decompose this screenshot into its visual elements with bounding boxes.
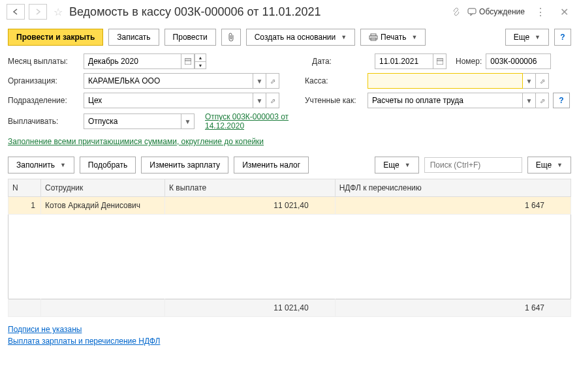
kassa-dropdown-button[interactable]: ▼ xyxy=(523,73,536,89)
post-close-button[interactable]: Провести и закрыть xyxy=(8,29,103,46)
org-open-button[interactable]: ⬀ xyxy=(266,73,279,89)
date-calendar-button[interactable] xyxy=(433,53,446,69)
arrow-right-icon xyxy=(34,8,42,15)
org-label: Организация: xyxy=(8,76,80,85)
number-input[interactable] xyxy=(486,53,551,69)
dept-open-button[interactable]: ⬀ xyxy=(266,93,279,108)
kassa-input[interactable] xyxy=(368,73,523,89)
pay-label: Выплачивать: xyxy=(8,117,80,126)
svg-rect-6 xyxy=(437,59,443,65)
svg-rect-4 xyxy=(185,59,191,65)
org-dropdown-button[interactable]: ▼ xyxy=(253,73,266,89)
open-icon: ⬀ xyxy=(270,78,275,85)
help-button[interactable]: ? xyxy=(554,29,571,46)
col-pay-header[interactable]: К выплате xyxy=(165,179,336,197)
post-button[interactable]: Провести xyxy=(164,29,216,46)
nav-back-button[interactable] xyxy=(7,4,25,20)
chevron-down-icon: ▼ xyxy=(60,162,66,168)
org-input[interactable] xyxy=(84,73,253,89)
discuss-button[interactable]: Обсуждение xyxy=(467,7,525,16)
col-emp-header[interactable]: Сотрудник xyxy=(41,179,165,197)
paperclip-icon xyxy=(227,33,235,42)
chevron-down-icon: ▼ xyxy=(257,78,263,85)
accounted-input[interactable] xyxy=(368,93,523,108)
chevron-down-icon: ▼ xyxy=(411,34,417,40)
chat-icon xyxy=(467,7,477,16)
page-title: Ведомость в кассу 003К-000006 от 11.01.2… xyxy=(69,5,448,19)
discuss-label: Обсуждение xyxy=(479,7,525,16)
table-more2-button[interactable]: Еще▼ xyxy=(527,157,571,173)
kassa-label: Касса: xyxy=(305,76,364,85)
attach-button[interactable] xyxy=(221,29,241,46)
accounted-label: Учтенные как: xyxy=(305,96,364,105)
vacation-doc-link[interactable]: Отпуск 003К-000003 от 14.12.2020 xyxy=(205,112,303,130)
chevron-down-icon: ▼ xyxy=(185,118,191,125)
dept-dropdown-button[interactable]: ▼ xyxy=(253,93,266,108)
search-input[interactable] xyxy=(424,157,522,173)
change-tax-button[interactable]: Изменить налог xyxy=(234,157,309,173)
link-icon[interactable] xyxy=(452,7,461,16)
spinner-up-icon[interactable]: ▲ xyxy=(195,53,206,61)
chevron-down-icon: ▼ xyxy=(405,162,411,168)
more-button[interactable]: Еще▼ xyxy=(505,29,549,46)
open-icon: ⬀ xyxy=(270,97,275,104)
chevron-down-icon: ▼ xyxy=(526,78,533,85)
fill-rules-link[interactable]: Заполнение всеми причитающимися суммами,… xyxy=(8,137,264,146)
chevron-down-icon: ▼ xyxy=(257,97,263,104)
open-icon: ⬀ xyxy=(540,78,545,85)
nav-forward-button[interactable] xyxy=(29,4,47,20)
print-icon xyxy=(369,33,378,41)
employees-table: N Сотрудник К выплате НДФЛ к перечислени… xyxy=(8,179,571,317)
dept-label: Подразделение: xyxy=(8,96,80,105)
chevron-down-icon: ▼ xyxy=(341,34,347,40)
col-n-header[interactable]: N xyxy=(8,179,41,197)
cell-tax: 1 647 xyxy=(335,197,571,215)
pay-input[interactable] xyxy=(84,113,181,129)
fill-button[interactable]: Заполнить▼ xyxy=(8,157,74,173)
more-menu-icon[interactable]: ⋮ xyxy=(531,6,550,18)
calendar-icon xyxy=(185,58,191,65)
spinner-down-icon[interactable]: ▼ xyxy=(195,61,206,69)
pay-ndfl-link[interactable]: Выплата зарплаты и перечисление НДФЛ xyxy=(8,337,571,346)
total-tax: 1 647 xyxy=(335,299,571,317)
total-pay: 11 021,40 xyxy=(165,299,336,317)
close-icon[interactable]: ✕ xyxy=(556,6,572,18)
print-button[interactable]: Печать▼ xyxy=(360,29,426,46)
svg-rect-0 xyxy=(468,8,476,14)
table-row[interactable]: 1 Котов Аркадий Денисович 11 021,40 1 64… xyxy=(8,197,571,215)
chevron-down-icon: ▼ xyxy=(526,97,533,104)
save-button[interactable]: Записать xyxy=(108,29,159,46)
create-from-button[interactable]: Создать на основании▼ xyxy=(246,29,355,46)
calendar-icon xyxy=(437,58,443,65)
arrow-left-icon xyxy=(12,8,20,15)
table-footer-row: 11 021,40 1 647 xyxy=(8,299,571,317)
accounted-help-button[interactable]: ? xyxy=(553,93,570,108)
accounted-open-button[interactable]: ⬀ xyxy=(536,93,549,108)
date-input[interactable] xyxy=(375,53,433,69)
month-label: Месяц выплаты: xyxy=(8,57,80,66)
cell-pay: 11 021,40 xyxy=(165,197,336,215)
cell-n: 1 xyxy=(8,197,41,215)
cell-emp: Котов Аркадий Денисович xyxy=(41,197,165,215)
accounted-dropdown-button[interactable]: ▼ xyxy=(523,93,536,108)
date-label: Дата: xyxy=(312,57,371,66)
change-salary-button[interactable]: Изменить зарплату xyxy=(141,157,228,173)
open-icon: ⬀ xyxy=(540,97,545,104)
kassa-open-button[interactable]: ⬀ xyxy=(536,73,549,89)
number-label: Номер: xyxy=(456,57,482,66)
dept-input[interactable] xyxy=(84,93,253,108)
month-spinner[interactable]: ▲▼ xyxy=(195,53,206,69)
month-input[interactable] xyxy=(84,53,181,69)
chevron-down-icon: ▼ xyxy=(535,34,540,40)
pay-dropdown-button[interactable]: ▼ xyxy=(181,113,195,129)
table-more-button[interactable]: Еще▼ xyxy=(375,157,418,173)
sign-link[interactable]: Подписи не указаны xyxy=(8,325,571,334)
calendar-button[interactable] xyxy=(181,53,195,69)
pick-button[interactable]: Подобрать xyxy=(80,157,136,173)
col-tax-header[interactable]: НДФЛ к перечислению xyxy=(335,179,571,197)
chevron-down-icon: ▼ xyxy=(557,162,563,168)
star-icon[interactable]: ☆ xyxy=(51,6,65,18)
